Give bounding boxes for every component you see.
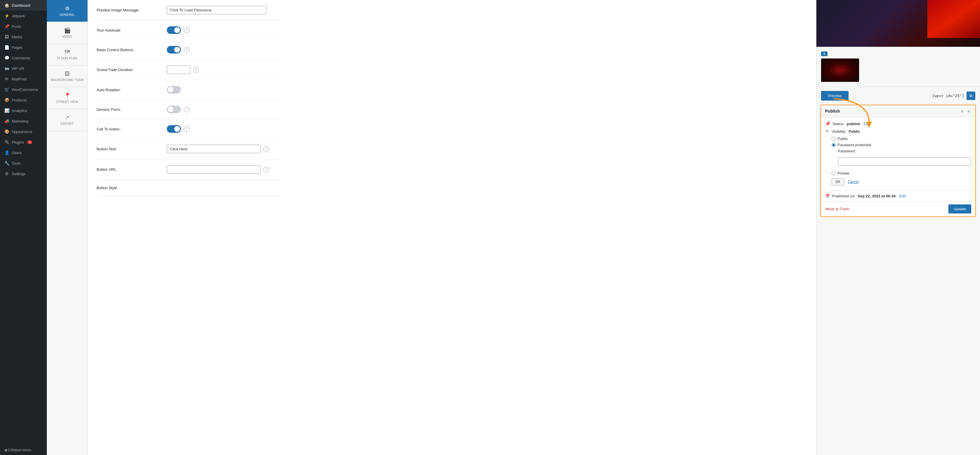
collapse-menu[interactable]: ◀ Collapse menu bbox=[0, 445, 47, 455]
visibility-private-radio[interactable] bbox=[832, 171, 836, 176]
status-edit-link[interactable]: Edit bbox=[864, 122, 870, 126]
street-view-icon: 📍 bbox=[64, 92, 70, 99]
visibility-public-radio[interactable] bbox=[832, 137, 836, 141]
move-to-trash-link[interactable]: Move to Trash bbox=[825, 207, 849, 211]
sidebar-item-wpvr[interactable]: 🥽 WP VR bbox=[0, 63, 47, 74]
preview-button[interactable]: Preview bbox=[821, 91, 849, 101]
sidebar-item-media[interactable]: 🖼 Media bbox=[0, 32, 47, 42]
sub-sidebar-item-floor-plan[interactable]: 🗺 FLOOR PLAN bbox=[47, 44, 88, 65]
sidebar-item-label: Posts bbox=[12, 24, 21, 29]
publish-footer: Move to Trash Update bbox=[821, 201, 975, 216]
visibility-ok-button[interactable]: OK bbox=[832, 178, 844, 185]
copy-shortcode-button[interactable]: ⧉ bbox=[967, 92, 975, 100]
sidebar-item-tools[interactable]: 🔧 Tools bbox=[0, 158, 47, 168]
form-row-auto-rotation: Auto Rotation: bbox=[97, 80, 284, 100]
password-input[interactable] bbox=[838, 157, 971, 166]
generic-form-control: ? bbox=[167, 106, 284, 113]
visibility-password-radio[interactable] bbox=[832, 143, 836, 147]
publish-expand-button[interactable]: ∨ bbox=[966, 108, 971, 114]
main-content: Preview Image Message: Tour Autoload: ? … bbox=[88, 0, 816, 455]
settings-icon: ⚙ bbox=[4, 171, 10, 176]
preview-image-message-label: Preview Image Message: bbox=[97, 8, 161, 12]
sidebar-item-plugins[interactable]: 🔌 Plugins 5 bbox=[0, 137, 47, 147]
sub-sidebar: ⚙ GENERAL 🎬 VIDEO 🗺 FLOOR PLAN 🖼 BACKGRO… bbox=[47, 0, 88, 455]
posts-icon: 📌 bbox=[4, 24, 10, 29]
sidebar-item-posts[interactable]: 📌 Posts bbox=[0, 21, 47, 32]
button-text-label: Button Text: bbox=[97, 147, 161, 151]
sidebar-item-marketing[interactable]: 📣 Marketing bbox=[0, 116, 47, 126]
tour-autoload-toggle[interactable] bbox=[167, 26, 181, 34]
tour-number-badge: 1 bbox=[821, 51, 827, 56]
sub-sidebar-item-general[interactable]: ⚙ GENERAL bbox=[47, 0, 88, 22]
preview-image-area bbox=[816, 0, 980, 47]
sidebar-item-mailpoet[interactable]: ✉ MailPoet bbox=[0, 74, 47, 84]
status-value: publish bbox=[846, 122, 860, 126]
sub-sidebar-item-street-view[interactable]: 📍 STREET VIEW bbox=[47, 87, 88, 109]
published-on-label: Published on: bbox=[832, 194, 855, 198]
visibility-public-option[interactable]: Public bbox=[832, 136, 971, 141]
sub-sidebar-item-background-tour[interactable]: 🖼 BACKGROUND TOUR bbox=[47, 65, 88, 87]
call-to-action-toggle[interactable] bbox=[167, 125, 181, 133]
sub-sidebar-item-video[interactable]: 🎬 VIDEO bbox=[47, 22, 88, 44]
basic-control-buttons-toggle[interactable] bbox=[167, 46, 181, 54]
scene-fade-duration-info[interactable]: ? bbox=[193, 67, 199, 73]
generic-form-info[interactable]: ? bbox=[184, 106, 190, 112]
published-on-date: Sep 22, 2023 at 06:30 bbox=[858, 194, 896, 198]
tour-autoload-info[interactable]: ? bbox=[184, 27, 190, 33]
publish-status-row: 📌 Status: publish Edit bbox=[825, 121, 971, 126]
pages-icon: 📄 bbox=[4, 45, 10, 50]
sidebar-item-woocommerce[interactable]: 🛒 WooCommerce bbox=[0, 84, 47, 95]
sidebar-item-label: Analytics bbox=[12, 108, 27, 113]
preview-image-message-input[interactable] bbox=[167, 6, 266, 14]
sub-sidebar-item-export[interactable]: ↗ EXPORT bbox=[47, 109, 88, 131]
visibility-label: Visibility: bbox=[832, 129, 846, 134]
form-row-button-url: Button URL: ? bbox=[97, 159, 284, 180]
calendar-icon: 📅 bbox=[825, 194, 830, 198]
visibility-cancel-button[interactable]: Cancel bbox=[846, 178, 860, 185]
tour-thumbnail bbox=[821, 59, 859, 82]
right-panel: 1 Preview [wpvr id="25"] ⧉ Publish ∧ ∨ bbox=[816, 0, 980, 455]
call-to-action-slider bbox=[167, 125, 181, 133]
tour-autoload-slider bbox=[167, 26, 181, 34]
sidebar-item-appearance[interactable]: 🎨 Appearance bbox=[0, 126, 47, 137]
visibility-private-option[interactable]: Private bbox=[832, 171, 971, 176]
generic-form-slider bbox=[167, 106, 181, 113]
auto-rotation-toggle[interactable] bbox=[167, 86, 181, 94]
analytics-icon: 📊 bbox=[4, 108, 10, 113]
visibility-eye-icon: 👁 bbox=[825, 129, 829, 134]
sidebar-item-label: Dashboard bbox=[12, 3, 30, 8]
appearance-icon: 🎨 bbox=[4, 129, 10, 134]
button-text-info[interactable]: ? bbox=[263, 146, 269, 152]
sidebar-item-products[interactable]: 📦 Products bbox=[0, 95, 47, 105]
publish-controls: ∧ ∨ bbox=[959, 108, 971, 114]
sidebar-item-users[interactable]: 👤 Users bbox=[0, 147, 47, 158]
wpvr-icon: 🥽 bbox=[4, 66, 10, 71]
basic-control-buttons-info[interactable]: ? bbox=[184, 47, 190, 52]
update-button[interactable]: Update bbox=[948, 205, 971, 214]
preview-image-placeholder bbox=[816, 0, 980, 47]
shortcode-area: [wpvr id="25"] ⧉ bbox=[932, 92, 975, 100]
visibility-password-option[interactable]: Password protected bbox=[832, 143, 971, 147]
button-text-input[interactable] bbox=[167, 145, 261, 153]
published-on-edit-link[interactable]: Edit bbox=[899, 194, 906, 198]
sidebar-item-jetpack[interactable]: ⚡ Jetpack bbox=[0, 11, 47, 21]
publish-collapse-button[interactable]: ∧ bbox=[959, 108, 965, 114]
sidebar-item-settings[interactable]: ⚙ Settings bbox=[0, 168, 47, 179]
scene-fade-duration-input[interactable] bbox=[167, 65, 190, 74]
button-url-label: Button URL: bbox=[97, 167, 161, 172]
button-url-input[interactable] bbox=[167, 165, 261, 174]
sidebar-item-analytics[interactable]: 📊 Analytics bbox=[0, 105, 47, 116]
generic-form-toggle[interactable] bbox=[167, 106, 181, 113]
call-to-action-info[interactable]: ? bbox=[184, 126, 190, 132]
call-to-action-control: ? bbox=[167, 125, 284, 133]
button-url-info[interactable]: ? bbox=[263, 166, 269, 173]
basic-control-buttons-slider bbox=[167, 46, 181, 54]
scene-fade-duration-control: ? bbox=[167, 65, 284, 74]
sidebar-item-pages[interactable]: 📄 Pages bbox=[0, 42, 47, 52]
form-row-preview-image-message: Preview Image Message: bbox=[97, 0, 284, 21]
form-row-basic-control-buttons: Basic Control Buttons: ? bbox=[97, 40, 284, 60]
form-row-button-text: Button Text: ? bbox=[97, 139, 284, 159]
sidebar-item-dashboard[interactable]: 🏠 Dashboard bbox=[0, 0, 47, 11]
sidebar-item-comments[interactable]: 💬 Comments bbox=[0, 52, 47, 63]
button-url-control: ? bbox=[167, 165, 284, 174]
